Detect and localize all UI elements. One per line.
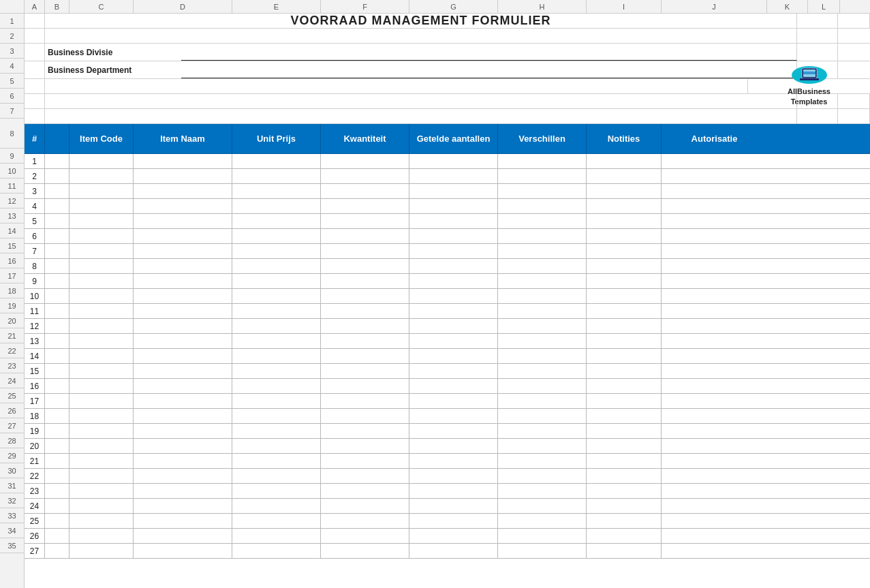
dr3-f bbox=[321, 184, 409, 198]
row-num-29: 29 bbox=[0, 448, 24, 463]
dr2-c bbox=[69, 169, 134, 183]
th-notities: Notities bbox=[587, 124, 662, 153]
dr6-g bbox=[409, 229, 498, 243]
data-row-23: 23 bbox=[25, 484, 870, 499]
dr4-d bbox=[134, 199, 232, 213]
dr2-b bbox=[45, 169, 69, 183]
th-empty bbox=[45, 124, 69, 153]
col-header-e: E bbox=[232, 0, 321, 13]
svg-rect-2 bbox=[803, 72, 815, 74]
dr4-h bbox=[498, 199, 587, 213]
row-1-title: VOORRAAD MANAGEMENT FORMULIER bbox=[25, 14, 870, 29]
dr3-d bbox=[134, 184, 232, 198]
dr3-e bbox=[232, 184, 321, 198]
th-verschillen: Verschillen bbox=[498, 124, 587, 153]
th-autorisatie-text: Autorisatie bbox=[692, 134, 738, 144]
corner-cell bbox=[0, 0, 25, 13]
data-row-2: 2 bbox=[25, 169, 870, 184]
dr2-h bbox=[498, 169, 587, 183]
dr2-g bbox=[409, 169, 498, 183]
dr1-i bbox=[587, 154, 662, 168]
col-header-j: J bbox=[662, 0, 767, 13]
cell-4b: Business Department bbox=[45, 61, 181, 78]
row-num-31: 31 bbox=[0, 478, 24, 493]
dr5-c bbox=[69, 214, 134, 228]
row-num-28: 28 bbox=[0, 433, 24, 448]
dr4-c bbox=[69, 199, 134, 213]
cell-2b-j bbox=[45, 29, 797, 43]
dr2-e bbox=[232, 169, 321, 183]
title-text: VOORRAAD MANAGEMENT FORMULIER bbox=[291, 14, 551, 28]
dr20-num: 20 bbox=[25, 439, 45, 453]
row-num-22: 22 bbox=[0, 343, 24, 358]
dr24-num: 24 bbox=[25, 499, 45, 513]
col-header-d: D bbox=[134, 0, 232, 13]
dr5-num: 5 bbox=[25, 214, 45, 228]
dr7-h bbox=[498, 244, 587, 258]
dr7-d bbox=[134, 244, 232, 258]
dr4-f bbox=[321, 199, 409, 213]
cell-5rest bbox=[45, 79, 747, 93]
th-unit-prijs-text: Unit Prijs bbox=[257, 134, 296, 144]
row-num-18: 18 bbox=[0, 283, 24, 298]
data-row-17: 17 bbox=[25, 394, 870, 409]
row-num-24: 24 bbox=[0, 373, 24, 388]
dr3-j bbox=[662, 184, 767, 198]
dr4-i bbox=[587, 199, 662, 213]
dr25-num: 25 bbox=[25, 514, 45, 528]
dr17-num: 17 bbox=[25, 394, 45, 408]
dr1-c bbox=[69, 154, 134, 168]
cell-5a bbox=[25, 79, 45, 93]
row-num-12: 12 bbox=[0, 194, 24, 208]
laptop-icon bbox=[799, 66, 820, 84]
dr6-j bbox=[662, 229, 767, 243]
th-item-naam: Item Naam bbox=[134, 124, 232, 153]
dr6-h bbox=[498, 229, 587, 243]
dr14-num: 14 bbox=[25, 349, 45, 363]
col-header-l: L bbox=[808, 0, 840, 13]
row-5: AllBusiness Templates bbox=[25, 79, 870, 94]
th-notities-text: Notities bbox=[608, 134, 640, 144]
col-header-k: K bbox=[767, 0, 808, 13]
data-row-12: 12 bbox=[25, 319, 870, 334]
logo-circle bbox=[792, 66, 827, 84]
row-num-34: 34 bbox=[0, 523, 24, 538]
row-num-32: 32 bbox=[0, 493, 24, 508]
cell-3b: Business Divisie bbox=[45, 44, 181, 61]
data-row-16: 16 bbox=[25, 379, 870, 394]
spreadsheet-body: 1 2 3 4 5 6 7 8 9 10 11 12 13 14 15 16 1… bbox=[0, 14, 870, 588]
dr3-g bbox=[409, 184, 498, 198]
row-num-8: 8 bbox=[0, 119, 24, 149]
row-num-17: 17 bbox=[0, 268, 24, 283]
dr27-num: 27 bbox=[25, 544, 45, 558]
col-header-f: F bbox=[321, 0, 409, 13]
logo-area: AllBusiness Templates bbox=[747, 79, 870, 93]
dr1-e bbox=[232, 154, 321, 168]
data-row-9: 9 bbox=[25, 274, 870, 289]
th-hash-text: # bbox=[32, 134, 37, 144]
dr5-b bbox=[45, 214, 69, 228]
cell-6l bbox=[838, 94, 870, 108]
col-header-i: I bbox=[587, 0, 662, 13]
data-row-7: 7 bbox=[25, 244, 870, 259]
dr16-num: 16 bbox=[25, 379, 45, 393]
dr5-e bbox=[232, 214, 321, 228]
cell-4l bbox=[838, 61, 870, 78]
data-row-1: 1 bbox=[25, 154, 870, 169]
data-row-20: 20 bbox=[25, 439, 870, 454]
dr12-num: 12 bbox=[25, 319, 45, 333]
dr6-c bbox=[69, 229, 134, 243]
dr7-i bbox=[587, 244, 662, 258]
cell-1a bbox=[25, 14, 45, 28]
cell-7k bbox=[797, 109, 838, 123]
th-verschillen-text: Verschillen bbox=[518, 134, 565, 144]
data-row-11: 11 bbox=[25, 304, 870, 319]
row-num-2: 2 bbox=[0, 29, 24, 44]
data-row-25: 25 bbox=[25, 514, 870, 529]
dr2-d bbox=[134, 169, 232, 183]
cell-3l bbox=[838, 44, 870, 61]
dr1-h bbox=[498, 154, 587, 168]
data-row-8: 8 bbox=[25, 259, 870, 274]
cell-2a bbox=[25, 29, 45, 43]
table-header-row: # Item Code Item Naam Unit Prijs Kwantit… bbox=[25, 124, 870, 154]
